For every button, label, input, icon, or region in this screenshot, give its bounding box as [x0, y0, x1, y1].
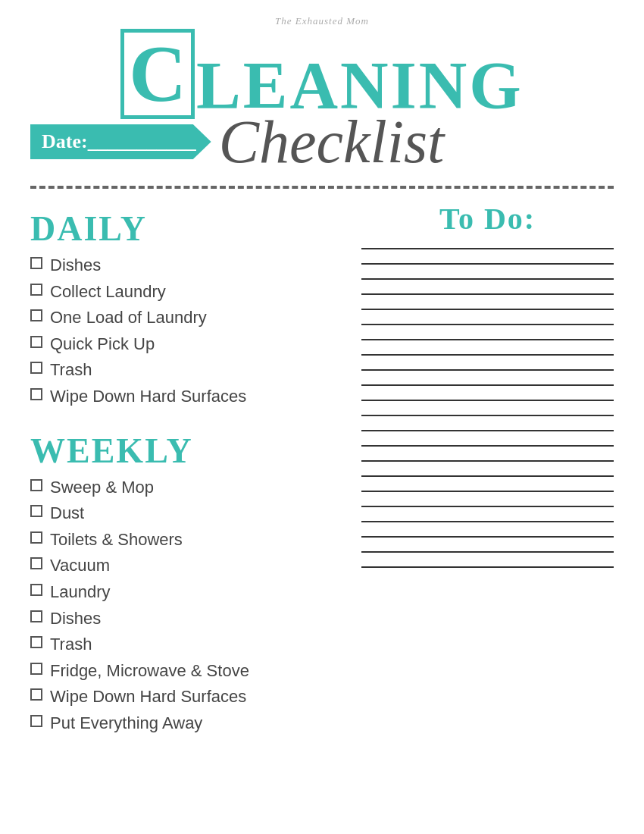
weekly-item[interactable]: Put Everything Away	[30, 713, 339, 735]
todo-line[interactable]	[361, 293, 614, 295]
todo-line[interactable]	[361, 551, 614, 553]
checkbox[interactable]	[30, 531, 42, 544]
second-line: Date:___________ Checklist	[30, 111, 614, 172]
weekly-item[interactable]: Trash	[30, 634, 339, 656]
title-line1: C LEANING	[120, 29, 524, 119]
daily-item[interactable]: Quick Pick Up	[30, 334, 339, 356]
content-area: Daily DishesCollect LaundryOne Load of L…	[30, 201, 614, 739]
todo-line[interactable]	[361, 339, 614, 340]
todo-line[interactable]	[361, 521, 614, 522]
item-label: Sweep & Mop	[50, 477, 154, 499]
checkbox[interactable]	[30, 336, 42, 348]
todo-line[interactable]	[361, 475, 614, 477]
checkbox[interactable]	[30, 505, 42, 517]
item-label: Dishes	[50, 608, 101, 630]
todo-lines-container	[361, 244, 614, 568]
todo-line[interactable]	[361, 400, 614, 401]
todo-line[interactable]	[361, 354, 614, 356]
checkbox[interactable]	[30, 610, 42, 622]
checkbox[interactable]	[30, 636, 42, 648]
todo-line[interactable]	[361, 506, 614, 507]
checkbox[interactable]	[30, 584, 42, 596]
todo-line[interactable]	[361, 369, 614, 371]
checkbox[interactable]	[30, 284, 42, 296]
weekly-item[interactable]: Dishes	[30, 608, 339, 630]
weekly-item[interactable]: Toilets & Showers	[30, 529, 339, 551]
date-banner[interactable]: Date:___________	[30, 124, 211, 159]
checkbox[interactable]	[30, 309, 42, 321]
item-label: Dishes	[50, 255, 101, 277]
checkbox[interactable]	[30, 388, 42, 400]
checkbox[interactable]	[30, 362, 42, 374]
todo-line[interactable]	[361, 445, 614, 447]
item-label: Wipe Down Hard Surfaces	[50, 686, 246, 708]
right-column: To Do:	[361, 201, 614, 739]
item-label: Put Everything Away	[50, 713, 202, 735]
header-block: The Exhausted Mom C LEANING Date:_______…	[30, 15, 614, 172]
todo-line[interactable]	[361, 430, 614, 431]
daily-item[interactable]: Collect Laundry	[30, 281, 339, 303]
weekly-item[interactable]: Sweep & Mop	[30, 477, 339, 499]
todo-line[interactable]	[361, 278, 614, 280]
todo-line[interactable]	[361, 460, 614, 462]
weekly-list: Sweep & MopDustToilets & ShowersVacuumLa…	[30, 477, 339, 735]
item-label: Vacuum	[50, 555, 110, 577]
item-label: Trash	[50, 359, 92, 381]
todo-header: To Do:	[361, 201, 614, 237]
checkbox[interactable]	[30, 479, 42, 491]
checkbox[interactable]	[30, 715, 42, 727]
item-label: One Load of Laundry	[50, 307, 207, 329]
daily-item[interactable]: Trash	[30, 359, 339, 381]
item-label: Collect Laundry	[50, 281, 166, 303]
daily-item[interactable]: Dishes	[30, 255, 339, 277]
weekly-item[interactable]: Laundry	[30, 582, 339, 604]
checklist-word: Checklist	[219, 111, 445, 172]
section-divider	[30, 186, 614, 189]
todo-line[interactable]	[361, 324, 614, 325]
todo-line[interactable]	[361, 566, 614, 568]
checkbox[interactable]	[30, 557, 42, 569]
item-label: Wipe Down Hard Surfaces	[50, 386, 246, 408]
todo-line[interactable]	[361, 263, 614, 265]
item-label: Trash	[50, 634, 92, 656]
weekly-item[interactable]: Wipe Down Hard Surfaces	[30, 686, 339, 708]
daily-item[interactable]: One Load of Laundry	[30, 307, 339, 329]
weekly-item[interactable]: Dust	[30, 503, 339, 525]
weekly-header: Weekly	[30, 431, 339, 471]
daily-header: Daily	[30, 208, 339, 249]
todo-line[interactable]	[361, 248, 614, 249]
site-name: The Exhausted Mom	[275, 15, 369, 27]
todo-line[interactable]	[361, 536, 614, 538]
todo-line[interactable]	[361, 415, 614, 416]
item-label: Laundry	[50, 582, 111, 604]
todo-line[interactable]	[361, 309, 614, 310]
item-label: Dust	[50, 503, 84, 525]
checkbox[interactable]	[30, 688, 42, 701]
big-letter: C	[120, 29, 195, 119]
item-label: Quick Pick Up	[50, 334, 155, 356]
item-label: Toilets & Showers	[50, 529, 183, 551]
checkbox[interactable]	[30, 663, 42, 675]
checkbox[interactable]	[30, 257, 42, 269]
todo-line[interactable]	[361, 384, 614, 386]
page: The Exhausted Mom C LEANING Date:_______…	[0, 0, 644, 834]
weekly-item[interactable]: Fridge, Microwave & Stove	[30, 660, 339, 682]
left-column: Daily DishesCollect LaundryOne Load of L…	[30, 201, 339, 739]
daily-list: DishesCollect LaundryOne Load of Laundry…	[30, 255, 339, 408]
item-label: Fridge, Microwave & Stove	[50, 660, 249, 682]
todo-line[interactable]	[361, 491, 614, 492]
daily-item[interactable]: Wipe Down Hard Surfaces	[30, 386, 339, 408]
weekly-item[interactable]: Vacuum	[30, 555, 339, 577]
